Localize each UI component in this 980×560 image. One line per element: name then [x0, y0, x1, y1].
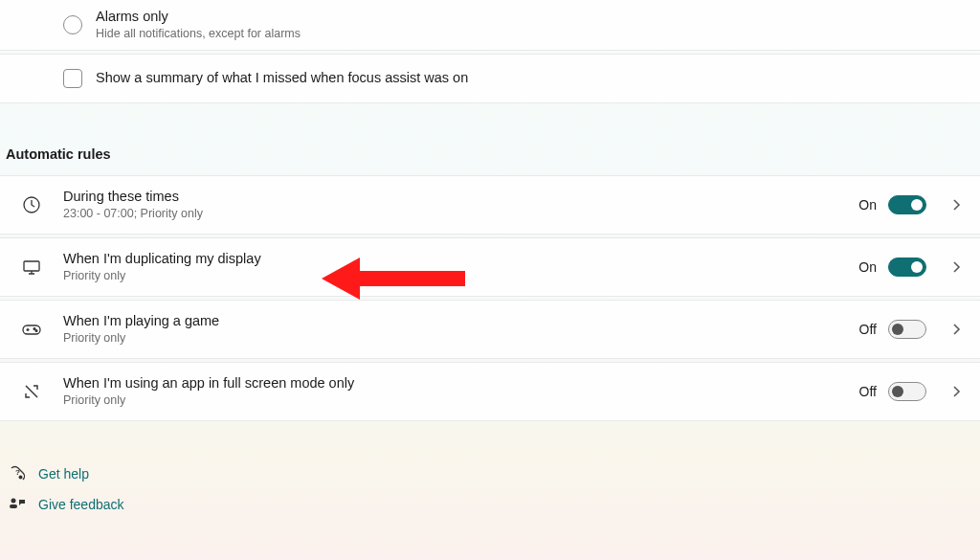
- give-feedback-link[interactable]: Give feedback: [8, 489, 980, 520]
- rule-fullscreen-app[interactable]: When I'm using an app in full screen mod…: [0, 363, 980, 420]
- toggle-state-label: On: [858, 259, 877, 275]
- rule-duplicating-display[interactable]: When I'm duplicating my display Priority…: [0, 238, 980, 296]
- summary-checkbox-label: Show a summary of what I missed when foc…: [96, 69, 961, 87]
- automatic-rules-header: Automatic rules: [0, 106, 980, 175]
- rule-toggle[interactable]: [888, 195, 926, 214]
- svg-rect-2: [23, 325, 40, 334]
- svg-point-3: [33, 327, 35, 329]
- svg-text:?: ?: [15, 468, 20, 477]
- monitor-icon: [21, 257, 42, 278]
- get-help-link[interactable]: ? Get help: [8, 459, 980, 489]
- rule-title: When I'm using an app in full screen mod…: [63, 374, 859, 392]
- rule-subtitle: Priority only: [63, 330, 859, 347]
- summary-checkbox-row[interactable]: Show a summary of what I missed when foc…: [0, 55, 980, 102]
- rule-playing-game[interactable]: When I'm playing a game Priority only Of…: [0, 301, 980, 358]
- svg-rect-1: [24, 261, 39, 271]
- checkbox-icon: [63, 69, 82, 88]
- chevron-right-icon: [934, 323, 961, 336]
- give-feedback-text: Give feedback: [38, 497, 124, 512]
- rule-toggle[interactable]: [888, 258, 926, 277]
- chevron-right-icon: [934, 260, 961, 274]
- gamepad-icon: [21, 319, 42, 340]
- fullscreen-icon: [21, 381, 42, 402]
- radio-icon: [63, 15, 82, 34]
- radio-alarms-only[interactable]: Alarms only Hide all notifications, exce…: [0, 0, 980, 50]
- rule-toggle[interactable]: [888, 320, 926, 339]
- clock-icon: [21, 194, 42, 215]
- rule-subtitle: Priority only: [63, 392, 859, 409]
- alarms-only-subtitle: Hide all notifications, except for alarm…: [96, 26, 961, 42]
- svg-point-4: [35, 329, 37, 331]
- rule-title: When I'm duplicating my display: [63, 250, 858, 268]
- rule-subtitle: 23:00 - 07:00; Priority only: [63, 206, 858, 222]
- chevron-right-icon: [934, 198, 961, 212]
- help-icon: ?: [8, 464, 27, 483]
- rule-toggle[interactable]: [888, 382, 926, 401]
- feedback-icon: [8, 495, 27, 514]
- rule-title: During these times: [63, 188, 858, 206]
- rule-subtitle: Priority only: [63, 268, 858, 284]
- rule-title: When I'm playing a game: [63, 312, 859, 330]
- svg-point-7: [11, 498, 16, 503]
- toggle-state-label: Off: [859, 384, 877, 399]
- rule-during-times[interactable]: During these times 23:00 - 07:00; Priori…: [0, 176, 980, 234]
- toggle-state-label: Off: [859, 322, 877, 337]
- toggle-state-label: On: [858, 197, 877, 213]
- alarms-only-title: Alarms only: [96, 8, 961, 26]
- chevron-right-icon: [934, 385, 961, 398]
- get-help-text: Get help: [38, 466, 89, 482]
- svg-rect-8: [10, 504, 17, 508]
